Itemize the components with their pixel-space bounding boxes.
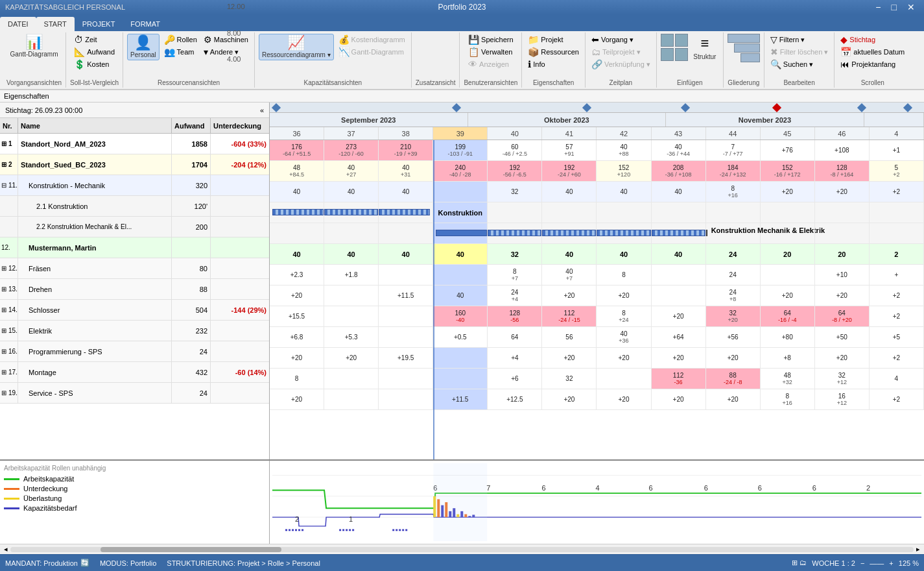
table-row[interactable]: ⊞15. Elektrik 232 bbox=[0, 321, 269, 341]
tab-datei[interactable]: DATEI bbox=[0, 17, 36, 31]
stichtag-button[interactable]: ◆ Stichtag bbox=[838, 34, 906, 45]
personal-button[interactable]: 👤 Personal bbox=[127, 34, 159, 60]
ribbon-tabs: DATEI START PROJEKT FORMAT bbox=[0, 14, 924, 31]
kosten-button[interactable]: 💲 Kosten bbox=[72, 58, 117, 70]
table-row[interactable]: ⊞2 Standort_Sued_BC_2023 1704 -204 (12%) bbox=[0, 154, 269, 175]
chart-area: 2 1 6 7 6 4 6 6 6 6 2 bbox=[270, 461, 924, 544]
gantt-cell: +20 bbox=[597, 389, 651, 409]
gantt-cell: +0.5 bbox=[433, 327, 488, 347]
personal-icon: 👤 bbox=[134, 36, 152, 50]
table-row[interactable]: ⊞16. Programmierung - SPS 24 bbox=[0, 341, 269, 362]
filtern-button[interactable]: ▽ Filtern ▾ bbox=[768, 34, 830, 45]
suchen-button[interactable]: 🔍 Suchen ▾ bbox=[768, 58, 830, 70]
gantt-cell: 2 bbox=[870, 244, 924, 264]
gantt-cell: 40 bbox=[379, 244, 433, 264]
maximize-button[interactable]: □ bbox=[888, 2, 901, 12]
verwalten-button[interactable]: 📋 Verwalten bbox=[466, 46, 515, 58]
rollen-button[interactable]: 🔑 Rollen bbox=[162, 34, 199, 45]
gantt-cell: 40 bbox=[652, 244, 706, 264]
gantt-cell: 40 bbox=[433, 244, 488, 264]
expand-icon[interactable]: ⊞ bbox=[1, 369, 6, 376]
expand-icon[interactable]: ⊟ bbox=[1, 182, 6, 189]
expand-icon[interactable]: ⊞ bbox=[1, 265, 6, 272]
expand-icon[interactable]: ⊞ bbox=[1, 389, 6, 396]
gantt-cell: 184-24 / +132 bbox=[706, 161, 761, 181]
gantt-cell: 60-46 / +2.5 bbox=[488, 140, 542, 160]
expand-icon[interactable]: ⊞ bbox=[1, 161, 6, 168]
zoom-in-button[interactable]: + bbox=[889, 559, 893, 567]
view-icons: ⊞ 🗂 bbox=[792, 559, 807, 567]
gliederung-bar-1 bbox=[728, 34, 760, 43]
table-row[interactable]: ⊞19. Service - SPS 24 bbox=[0, 383, 269, 404]
collapse-button[interactable]: « bbox=[260, 106, 264, 114]
chart-num-6e: 6 bbox=[758, 484, 762, 492]
ribbon-group-vorgangsansichten: 📊 Gantt-Diagramm Vorgangsansichten bbox=[3, 32, 66, 88]
table-row[interactable]: 2.2 Konstruktion Mechanik & El... 200 bbox=[0, 217, 269, 237]
table-row[interactable]: ⊟11. Konstruktion - Mechanik 320 bbox=[0, 175, 269, 196]
expand-icon[interactable]: ⊞ bbox=[1, 327, 6, 334]
zoom-out-button[interactable]: − bbox=[860, 559, 864, 567]
teilprojekt-button[interactable]: 🗂 Teilprojekt ▾ bbox=[589, 46, 652, 58]
expand-icon[interactable]: ⊞ bbox=[1, 348, 6, 355]
tab-format[interactable]: FORMAT bbox=[123, 17, 168, 31]
kostendiagramm-button[interactable]: 💰 Kostendiagramm bbox=[337, 34, 407, 45]
table-row[interactable]: ⊞17. Montage 432 -60 (14%) bbox=[0, 362, 269, 383]
expand-icon[interactable]: ⊞ bbox=[1, 306, 6, 313]
ribbon-group-benutzeransichten: 💾 Speichern 📋 Verwalten 👁 Anzeigen Benut… bbox=[460, 32, 522, 88]
table-row[interactable]: ⊞13. Drehen 88 bbox=[0, 279, 269, 300]
scroll-left-button[interactable]: ◂ bbox=[1, 545, 10, 553]
speichern-button[interactable]: 💾 Speichern bbox=[466, 34, 515, 45]
ribbon: 📊 Gantt-Diagramm Vorgangsansichten ⏱ Zei… bbox=[0, 31, 924, 90]
table-row[interactable]: ⊞14. Schlosser 504 -144 (29%) bbox=[0, 300, 269, 321]
expand-icon[interactable]: ⊞ bbox=[1, 140, 6, 147]
chart-num-2b: 2 bbox=[866, 484, 870, 492]
gantt-bar-end bbox=[706, 230, 707, 236]
expand-icon[interactable]: ⊞ bbox=[1, 286, 6, 293]
projektanfang-button[interactable]: ⏮ Projektanfang bbox=[838, 58, 906, 70]
scrollbar-area[interactable]: ◂ ▸ bbox=[0, 544, 924, 554]
tab-start[interactable]: START bbox=[36, 17, 75, 31]
scroll-track[interactable] bbox=[10, 547, 914, 552]
projekt-button[interactable]: 📁 Projekt bbox=[526, 34, 581, 45]
gantt-cell: +11.5 bbox=[379, 286, 433, 306]
struktur-button[interactable]: ≡ Struktur bbox=[691, 34, 719, 62]
table-row[interactable]: 2.1 Konstruktion 120' bbox=[0, 196, 269, 217]
gantt-cell: 20 bbox=[761, 244, 815, 264]
gantt-cell bbox=[324, 389, 379, 409]
gantt-cell: 40 bbox=[379, 182, 433, 202]
zoom-slider[interactable]: —— bbox=[870, 559, 884, 567]
gantt-cell: 40+7 bbox=[542, 265, 597, 285]
gantt-row-programmierung: +20 +20 +19.5 +4 +20 +20 +20 +20 +8 +20 … bbox=[270, 348, 924, 369]
gantt-cell: 128-56 bbox=[488, 306, 542, 326]
gantt-cell: 40 bbox=[597, 182, 651, 202]
week-41: 41 bbox=[542, 127, 597, 140]
close-button[interactable]: ✕ bbox=[903, 2, 919, 12]
capacity-chart: 2 1 6 7 6 4 6 6 6 6 2 bbox=[272, 463, 921, 541]
vorgang-button[interactable]: ⬅ Vorgang ▾ bbox=[589, 34, 652, 45]
scroll-thumb[interactable] bbox=[101, 547, 281, 552]
minimize-button[interactable]: − bbox=[871, 2, 884, 12]
table-row[interactable]: 12. Mustermann, Martin bbox=[0, 237, 269, 258]
zeit-button[interactable]: ⏱ Zeit bbox=[72, 34, 117, 45]
ressourcendiagramm-button[interactable]: 📈 Ressourcendiagramm ▾ bbox=[259, 34, 334, 60]
gantt-diagramm-button[interactable]: 📊 Gantt-Diagramm bbox=[8, 34, 61, 59]
gantt-cell: +56 bbox=[706, 327, 761, 347]
week-45: 45 bbox=[761, 127, 815, 140]
team-button[interactable]: 👥 Team bbox=[162, 46, 199, 58]
app-title: Portfolio 2023 bbox=[438, 3, 486, 12]
anzeigen-button[interactable]: 👁 Anzeigen bbox=[466, 58, 515, 70]
aufwand-button[interactable]: 📐 Aufwand bbox=[72, 46, 117, 58]
gantt-cell: 8+24 bbox=[597, 306, 651, 326]
aktuelles-datum-button[interactable]: 📅 aktuelles Datum bbox=[838, 46, 906, 58]
ressourcen-button[interactable]: 📦 Ressourcen bbox=[526, 46, 581, 58]
table-row[interactable]: ⊞12. Fräsen 80 bbox=[0, 258, 269, 279]
gantt-diagramm2-button[interactable]: 📉 Gantt-Diagramm bbox=[337, 46, 407, 58]
verknuepfung-button[interactable]: 🔗 Verknüpfung ▾ bbox=[589, 58, 652, 70]
table-row[interactable]: ⊞1 Standort_Nord_AM_2023 1858 -604 (33%) bbox=[0, 134, 269, 154]
filterloeschen-button[interactable]: ✖ Filter löschen ▾ bbox=[768, 46, 830, 58]
info-button[interactable]: ℹ Info bbox=[526, 58, 581, 70]
scroll-right-button[interactable]: ▸ bbox=[914, 545, 923, 553]
tab-projekt[interactable]: PROJEKT bbox=[75, 17, 123, 31]
gantt-row-montage: 8 +6 32 112-36 88-24 / -8 48+32 32+12 4 bbox=[270, 369, 924, 389]
mandant-refresh-icon[interactable]: 🔄 bbox=[80, 559, 89, 567]
